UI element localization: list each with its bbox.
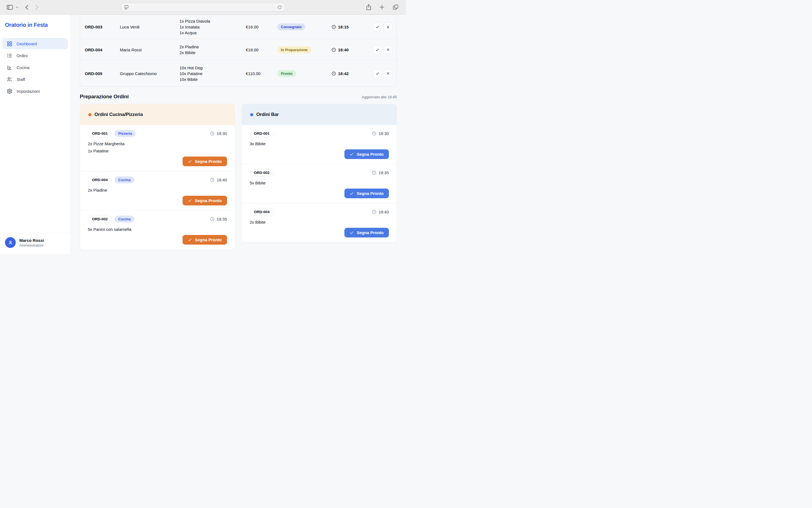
prep-panel-header: Ordini Cucina/Pizzeria [80, 104, 235, 125]
order-time: 18:40 [338, 47, 349, 52]
address-bar[interactable] [121, 3, 285, 12]
new-tab-icon[interactable] [378, 4, 385, 11]
prep-panel-header: Ordini Bar [242, 104, 397, 125]
category-badge: Cucina [115, 176, 134, 183]
category-badge: Cucina [115, 216, 134, 222]
segna-pronto-button[interactable]: Segna Pronto [344, 228, 389, 238]
clock-icon [372, 170, 376, 175]
card-items: 3x Bibite [250, 140, 389, 147]
order-time: 18:42 [338, 71, 349, 76]
order-id: ORD-003 [85, 25, 120, 29]
status-badge: Pronto [277, 70, 296, 77]
order-item-line: 1x Pizza Diavola [179, 18, 246, 24]
segna-pronto-label: Segna Pronto [195, 198, 222, 203]
order-price: €16.00 [246, 25, 277, 29]
dashboard-grid-icon [7, 41, 12, 47]
card-item-line: 1x Patatine [88, 147, 227, 155]
segna-pronto-button[interactable]: Segna Pronto [182, 157, 227, 166]
check-icon [350, 191, 354, 196]
card-items: 2x Pizze Margherita1x Patatine [88, 140, 227, 155]
section-title: Preparazione Ordini [80, 94, 129, 100]
sidebar-item-impostazioni[interactable]: Impostazioni [2, 86, 68, 97]
sidebar-item-staff[interactable]: Staff [2, 74, 68, 85]
panel-dot-icon [88, 113, 91, 116]
user-role: Amministratore [19, 243, 44, 248]
back-icon[interactable] [24, 4, 30, 11]
chevron-down-icon[interactable] [16, 6, 18, 9]
order-id-pill: ORD-002 [88, 215, 112, 223]
status-badge: In Preparazione [277, 46, 311, 53]
check-icon [188, 159, 192, 163]
cancel-order-button[interactable] [384, 23, 392, 31]
card-items: 2x Bibite [250, 219, 389, 226]
customer-name: Luca Verdi [120, 25, 179, 29]
card-item-line: 5x Panini con salamella [88, 226, 227, 233]
segna-pronto-button[interactable]: Segna Pronto [344, 188, 389, 198]
card-time-text: 18:30 [216, 131, 227, 136]
segna-pronto-button[interactable]: Segna Pronto [182, 235, 227, 245]
share-icon[interactable] [365, 3, 372, 11]
forward-icon [34, 4, 40, 11]
order-id: ORD-004 [85, 47, 120, 52]
reload-icon[interactable] [277, 4, 282, 10]
card-time-text: 18:40 [216, 177, 227, 182]
cancel-order-button[interactable] [384, 46, 392, 54]
segna-pronto-button[interactable]: Segna Pronto [344, 150, 389, 159]
updated-at-text: Aggiornato alle 18:45 [362, 95, 397, 99]
order-item-line: 10x Patatine [179, 71, 246, 77]
check-icon [350, 230, 354, 235]
user-name: Marco Rossi [19, 238, 44, 243]
sidebar: Oratorio in Festa Dashboard [0, 15, 71, 254]
sidebar-item-cucina[interactable]: Cucina [2, 62, 68, 73]
card-item-line: 2x Pizze Margherita [88, 140, 227, 147]
card-time-text: 18:30 [378, 131, 389, 136]
customer-name: Maria Rossi [120, 47, 179, 52]
sidebar-item-label: Impostazioni [16, 89, 40, 94]
card-time-text: 18:35 [216, 217, 227, 221]
clock-icon [331, 71, 336, 76]
app-title: Oratorio in Festa [5, 22, 66, 28]
sidebar-toggle-icon[interactable] [5, 4, 14, 11]
sidebar-nav: Dashboard Ordini Cucina [0, 38, 71, 97]
confirm-order-button[interactable] [373, 69, 381, 78]
users-icon [7, 77, 12, 82]
order-item-line: 2x Piadine [179, 44, 246, 50]
prep-panel-kitchen: Ordini Cucina/Pizzeria ORD-001 Pizzeria … [80, 104, 235, 250]
confirm-order-button[interactable] [373, 46, 381, 54]
segna-pronto-button[interactable]: Segna Pronto [182, 196, 227, 205]
close-icon [386, 48, 390, 52]
cancel-order-button[interactable] [384, 69, 392, 78]
prep-order-card: ORD-002 Cucina 18:35 5x Panini con salam… [80, 210, 235, 250]
card-items: 2x Piadine [88, 186, 227, 194]
card-items: 5x Panini con salamella [88, 226, 227, 233]
tab-overview-icon[interactable] [392, 3, 399, 11]
segna-pronto-label: Segna Pronto [357, 152, 383, 157]
avatar [5, 237, 16, 248]
user-profile: Marco Rossi Amministratore [0, 233, 71, 254]
segna-pronto-label: Segna Pronto [195, 238, 222, 242]
panel-title: Ordini Bar [256, 112, 279, 117]
page-icon [124, 4, 129, 10]
order-item-line: 1x Insalata [179, 24, 246, 30]
prep-panel-bar: Ordini Bar ORD-001 18:30 3x Bibite Segna… [242, 104, 397, 243]
check-icon [188, 238, 192, 242]
clock-icon [372, 210, 376, 214]
clock-icon [331, 47, 336, 52]
card-time-text: 18:35 [378, 170, 389, 175]
order-price: €18.00 [246, 47, 277, 52]
clock-icon [210, 217, 215, 221]
order-item-line: 10x Hot Dog [179, 65, 246, 71]
customer-name: Gruppo Catechismo [120, 71, 179, 76]
orders-table: ORD-003 Luca Verdi 1x Pizza Diavola1x In… [80, 15, 397, 87]
segna-pronto-label: Segna Pronto [357, 230, 383, 235]
order-price: €110.00 [246, 71, 277, 76]
check-icon [188, 199, 192, 203]
confirm-order-button[interactable] [373, 23, 381, 31]
close-icon [386, 25, 390, 29]
panel-dot-icon [250, 113, 253, 116]
table-row: ORD-003 Luca Verdi 1x Pizza Diavola1x In… [80, 15, 397, 39]
sidebar-item-label: Staff [16, 77, 25, 82]
sidebar-item-dashboard[interactable]: Dashboard [2, 38, 68, 49]
card-item-line: 5x Bibite [250, 179, 389, 186]
sidebar-item-ordini[interactable]: Ordini [2, 50, 68, 61]
